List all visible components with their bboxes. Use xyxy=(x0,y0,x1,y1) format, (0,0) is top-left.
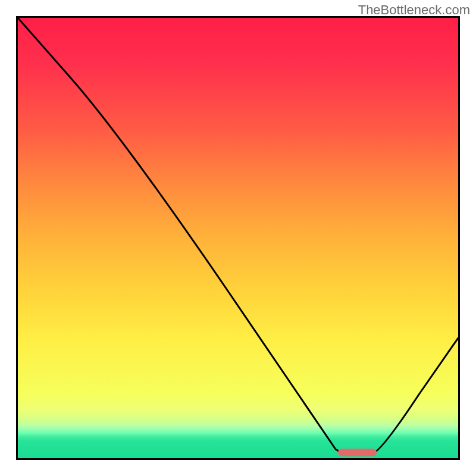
optimal-range-marker xyxy=(338,449,377,456)
chart-container: TheBottleneck.com xyxy=(0,0,476,476)
plot-area xyxy=(16,16,460,460)
bottleneck-curve xyxy=(18,18,458,454)
curve-svg xyxy=(18,18,458,458)
watermark-text: TheBottleneck.com xyxy=(358,2,470,18)
